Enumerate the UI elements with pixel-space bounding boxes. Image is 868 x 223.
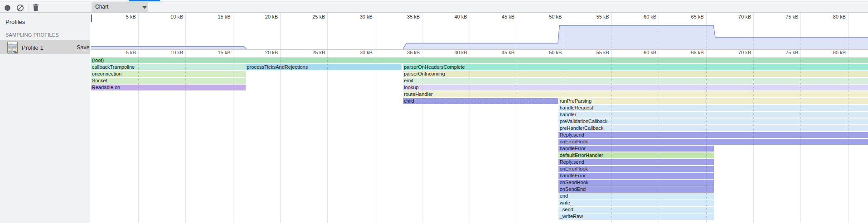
- svg-text:%: %: [13, 49, 17, 54]
